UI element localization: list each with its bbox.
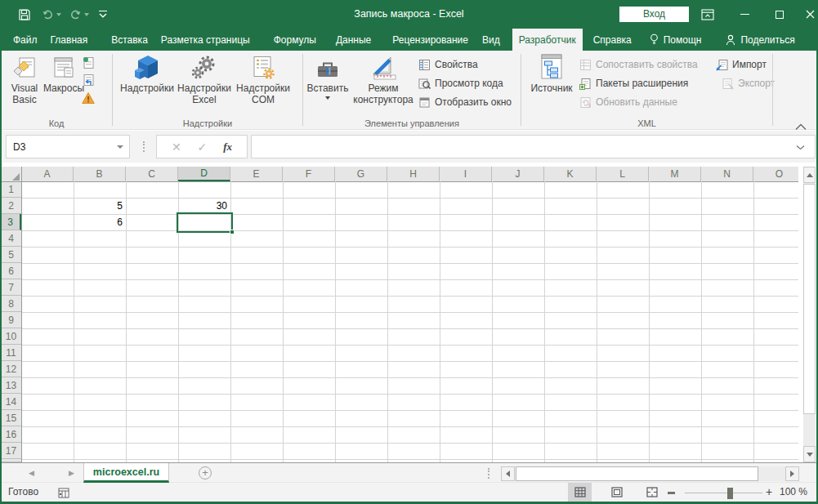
row-header-6[interactable]: 6 <box>1 263 21 279</box>
scroll-down-arrow[interactable] <box>803 446 816 462</box>
row-header-12[interactable]: 12 <box>1 361 21 377</box>
new-sheet-button[interactable]: + <box>199 466 212 479</box>
cancel-formula-icon[interactable]: ✕ <box>172 140 181 154</box>
zoom-level[interactable]: 100 % <box>775 483 807 502</box>
column-header-E[interactable]: E <box>230 167 283 181</box>
tab-insert[interactable]: Вставка <box>105 29 154 51</box>
row-header-1[interactable]: 1 <box>1 181 21 198</box>
view-code-button[interactable]: Просмотр кода <box>418 75 503 91</box>
cell-B2[interactable]: 5 <box>74 198 126 214</box>
undo-dropdown-caret[interactable] <box>56 13 61 16</box>
select-all-corner[interactable] <box>1 167 21 181</box>
scroll-up-arrow[interactable] <box>803 167 816 183</box>
com-addins-button[interactable]: Надстройки COM <box>233 54 293 105</box>
row-header-2[interactable]: 2 <box>1 198 21 214</box>
design-mode-button[interactable]: Режим конструктора <box>350 54 417 105</box>
insert-controls-button[interactable]: Вставить <box>305 54 351 100</box>
formula-bar-divider[interactable] <box>143 141 145 152</box>
tab-tell-me[interactable]: Помощн <box>643 29 708 51</box>
row-header-5[interactable]: 5 <box>1 247 21 263</box>
run-dialog-button[interactable]: Отобразить окно <box>418 94 512 110</box>
row-header-3[interactable]: 3 <box>1 214 21 230</box>
redo-dropdown-caret[interactable] <box>84 13 89 16</box>
sheet-nav-right-icon[interactable]: ▶ <box>69 469 74 477</box>
source-button[interactable]: Источник <box>523 54 580 94</box>
row-header-13[interactable]: 13 <box>1 377 21 394</box>
horizontal-scroll-thumb[interactable] <box>516 466 758 481</box>
fill-handle[interactable] <box>230 230 235 234</box>
redo-icon[interactable] <box>69 9 82 20</box>
macro-security-icon[interactable] <box>82 91 95 105</box>
cell-B3[interactable]: 6 <box>74 214 126 230</box>
insert-function-icon[interactable]: fx <box>223 140 232 154</box>
column-header-D[interactable]: D <box>178 167 230 181</box>
properties-button[interactable]: Свойства <box>418 56 478 73</box>
tab-view[interactable]: Вид <box>476 29 507 51</box>
addins-button[interactable]: Надстройки <box>118 54 176 94</box>
row-header-9[interactable]: 9 <box>1 312 21 328</box>
close-button[interactable] <box>802 0 818 29</box>
zoom-out-button[interactable] <box>668 492 675 494</box>
zoom-slider-track[interactable] <box>685 493 762 494</box>
visual-basic-button[interactable]: Visual Basic <box>5 54 44 105</box>
tab-formulas[interactable]: Формулы <box>267 29 323 51</box>
row-header-16[interactable]: 16 <box>1 426 21 443</box>
tab-review[interactable]: Рецензирование <box>386 29 475 51</box>
column-header-G[interactable]: G <box>335 167 387 181</box>
vertical-scrollbar[interactable] <box>798 167 818 462</box>
page-layout-view-button[interactable] <box>605 483 628 502</box>
tab-page-layout[interactable]: Разметка страницы <box>154 29 257 51</box>
column-header-K[interactable]: K <box>544 167 597 181</box>
maximize-button[interactable] <box>766 0 793 29</box>
tab-home[interactable]: Главная <box>44 29 95 51</box>
row-header-14[interactable]: 14 <box>1 394 21 410</box>
expand-formula-bar-icon[interactable] <box>796 145 805 150</box>
page-break-view-button[interactable] <box>640 483 664 502</box>
customize-qat-icon[interactable] <box>99 11 107 19</box>
row-header-4[interactable]: 4 <box>1 230 21 247</box>
tab-help[interactable]: Справка <box>587 29 638 51</box>
macros-button[interactable]: Макросы <box>42 54 85 94</box>
share-button[interactable]: Поделиться <box>719 29 801 51</box>
column-header-F[interactable]: F <box>283 167 335 181</box>
vertical-scroll-thumb[interactable] <box>803 184 816 414</box>
macro-record-icon[interactable] <box>58 487 69 502</box>
active-cell-outline[interactable] <box>177 212 233 233</box>
name-box[interactable]: D3 <box>6 135 130 158</box>
column-header-C[interactable]: C <box>126 167 178 181</box>
excel-addins-button[interactable]: Надстройки Excel <box>173 54 235 105</box>
expansion-packs-button[interactable]: Пакеты расширения <box>579 75 688 91</box>
row-header-15[interactable]: 15 <box>1 410 21 426</box>
formula-input[interactable] <box>251 135 816 158</box>
tab-developer[interactable]: Разработчик <box>512 29 583 51</box>
enter-formula-icon[interactable]: ✓ <box>198 140 208 154</box>
column-header-M[interactable]: M <box>649 167 701 181</box>
minimize-button[interactable] <box>731 0 758 29</box>
sheet-nav-left-icon[interactable]: ◀ <box>29 469 34 477</box>
column-header-L[interactable]: L <box>597 167 649 181</box>
column-header-A[interactable]: A <box>21 167 74 181</box>
row-header-7[interactable]: 7 <box>1 279 21 296</box>
name-box-caret[interactable] <box>117 145 123 149</box>
column-header-N[interactable]: N <box>701 167 753 181</box>
save-icon[interactable] <box>18 8 31 21</box>
undo-icon[interactable] <box>42 9 54 20</box>
record-macro-icon[interactable] <box>82 56 95 69</box>
import-button[interactable]: Импорт <box>716 56 767 73</box>
column-header-J[interactable]: J <box>492 167 544 181</box>
sheet-tab-microexcel[interactable]: microexcel.ru <box>83 463 169 483</box>
normal-view-button[interactable] <box>568 483 592 502</box>
column-header-I[interactable]: I <box>440 167 492 181</box>
scroll-right-arrow[interactable] <box>785 466 799 481</box>
cell-D2[interactable]: 30 <box>178 198 230 214</box>
column-header-B[interactable]: B <box>74 167 126 181</box>
column-header-H[interactable]: H <box>387 167 440 181</box>
row-header-11[interactable]: 11 <box>1 345 21 361</box>
tabbar-splitter[interactable] <box>488 468 489 479</box>
zoom-slider-thumb[interactable] <box>727 488 733 499</box>
row-header-17[interactable]: 17 <box>1 443 21 459</box>
sign-in-button[interactable]: Вход <box>619 7 689 22</box>
row-header-8[interactable]: 8 <box>1 296 21 312</box>
relative-references-icon[interactable] <box>82 74 95 87</box>
tab-file[interactable]: Файл <box>7 29 44 51</box>
